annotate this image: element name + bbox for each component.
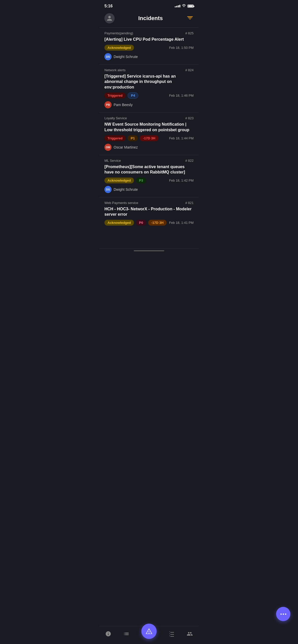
avatar-initials: OM [106, 146, 110, 149]
incident-number: # 822 [185, 159, 194, 163]
service-name: ML Service [104, 159, 121, 163]
wifi-icon [182, 4, 186, 8]
avatar: DS [104, 53, 112, 60]
status-icons [175, 4, 194, 8]
timestamp: Feb 18, 1:42 PM [169, 179, 194, 182]
status-time: 5:16 [104, 4, 113, 8]
assignee-row: OM Oscar Martinez [104, 144, 194, 151]
priority-badge: P3 [136, 178, 146, 183]
assignee-row: PB Pam Beesly [104, 101, 194, 108]
service-name: Web Payments service [104, 201, 138, 205]
incident-card[interactable]: Web Payments service # 821 HCH - HOC3- N… [99, 197, 199, 249]
priority-badge: P4 [128, 92, 138, 99]
service-name: Network alerts [104, 68, 126, 72]
avatar-initials: PB [106, 103, 110, 106]
incidents-list: Payments(pending) # 825 [Alerting] Live … [99, 28, 199, 249]
incident-number: # 823 [185, 116, 194, 120]
avatar: OM [104, 144, 112, 151]
timestamp: Feb 18, 1:50 PM [169, 46, 194, 50]
incident-title: [Alerting] Live CPU Pod Percentage Alert [104, 37, 194, 42]
incident-card[interactable]: Loyalty Service # 823 NW Event Source Mo… [99, 113, 199, 155]
badge-group: Triggered P4 [104, 92, 138, 99]
status-badge: Acknowledged [104, 45, 134, 51]
incident-card[interactable]: ML Service # 822 [Prometheus][Some activ… [99, 155, 199, 197]
incident-title: HCH - HOC3- NetworX - Production - Model… [104, 206, 194, 217]
assignee-name: Oscar Martinez [114, 145, 138, 149]
status-badge: Triggered [104, 93, 126, 98]
signal-icon [175, 5, 180, 7]
assignee-name: Pam Beesly [114, 103, 133, 107]
assignee-row: DS Dwight Schrute [104, 53, 194, 60]
incident-card[interactable]: Network alerts # 824 [Triggered] Service… [99, 65, 199, 113]
timestamp: Feb 18, 1:41 PM [169, 221, 194, 225]
avatar-initials: DS [106, 55, 110, 58]
service-name: Payments(pending) [104, 31, 133, 35]
duration-badge: -17D 3H [140, 135, 158, 141]
battery-icon [187, 5, 194, 8]
badge-group: Triggered P1 -17D 3H [104, 135, 158, 141]
priority-badge: P0 [136, 220, 146, 226]
incident-title: [Prometheus][Some active tenant queues h… [104, 164, 194, 175]
incident-title: NW Event Source Monitoring Notification … [104, 122, 194, 133]
badge-group: Acknowledged [104, 45, 134, 51]
status-bar: 5:16 [99, 0, 199, 11]
status-badge: Acknowledged [104, 178, 134, 183]
app-header: Incidents [99, 11, 199, 27]
incident-card[interactable]: Payments(pending) # 825 [Alerting] Live … [99, 28, 199, 65]
avatar: DS [104, 186, 112, 193]
assignee-name: Dwight Schrute [114, 55, 138, 59]
duration-badge: -17D 3H [148, 220, 167, 226]
filter-icon[interactable] [186, 14, 194, 23]
incident-number: # 824 [185, 68, 194, 72]
avatar: PB [104, 101, 112, 108]
incident-number: # 825 [185, 31, 194, 35]
badge-group: Acknowledged P0 -17D 3H [104, 220, 167, 226]
service-name: Loyalty Service [104, 116, 127, 120]
status-badge: Triggered [104, 135, 126, 141]
badge-group: Acknowledged P3 [104, 178, 146, 183]
assignee-name: Dwight Schrute [114, 187, 138, 192]
incident-title: [Triggered] Service icarus-api has an ab… [104, 74, 194, 90]
priority-badge: P1 [128, 135, 138, 141]
assignee-row: DS Dwight Schrute [104, 186, 194, 193]
home-indicator [134, 250, 164, 251]
incident-number: # 821 [185, 201, 194, 205]
user-avatar[interactable] [104, 13, 115, 23]
status-badge: Acknowledged [104, 220, 134, 226]
timestamp: Feb 18, 1:44 PM [169, 136, 194, 140]
avatar-initials: DS [106, 188, 110, 191]
page-title: Incidents [138, 15, 163, 22]
timestamp: Feb 18, 1:46 PM [169, 94, 194, 97]
